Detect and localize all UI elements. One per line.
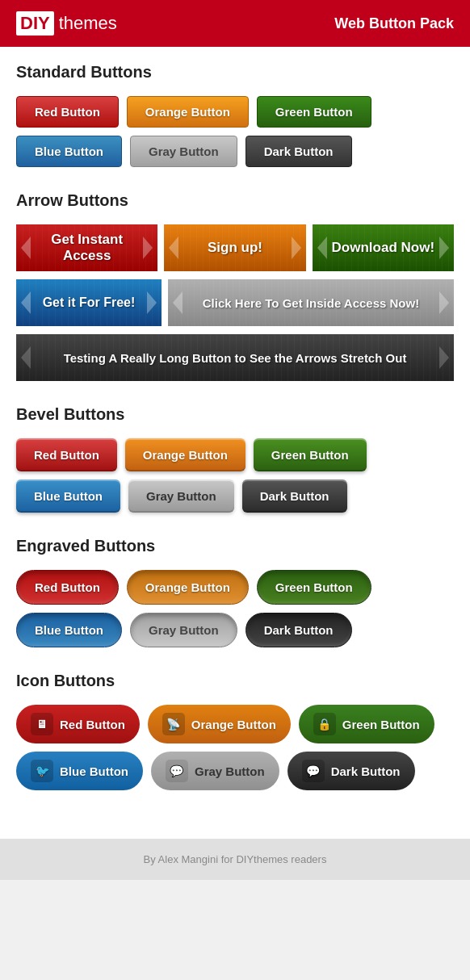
arrow-left-icon <box>173 291 183 314</box>
arrow-row-2: Get it For Free! Click Here To Get Insid… <box>16 279 454 326</box>
icon-section: Icon Buttons 🖥 Red Button 📡 Orange Butto… <box>16 672 454 790</box>
arrow-row-1: Get Instant Access Sign up! Download Now… <box>16 224 454 271</box>
arrow-right-icon <box>439 237 449 259</box>
logo: DIY themes <box>16 11 117 36</box>
arrow-btn-label: Get Instant Access <box>32 232 141 264</box>
icon-btn-label: Blue Button <box>60 764 128 778</box>
icon-row-2: 🐦 Blue Button 💬 Gray Button 💬 Dark Butto… <box>16 752 454 790</box>
arrow-left-icon <box>169 237 178 259</box>
icon-gray-button[interactable]: 💬 Gray Button <box>151 752 279 790</box>
standard-dark-button[interactable]: Dark Button <box>245 136 352 167</box>
bevel-dark-button[interactable]: Dark Button <box>242 480 347 513</box>
arrow-btn-label: Download Now! <box>332 240 434 256</box>
standard-red-button[interactable]: Red Button <box>16 96 119 128</box>
engraved-orange-button[interactable]: Orange Button <box>127 570 249 605</box>
arrow-btn-label: Testing A Really Long Button to See the … <box>64 351 407 365</box>
arrow-right-icon <box>439 291 449 314</box>
arrow-btn-label: Sign up! <box>208 240 262 256</box>
arrow-row-3: Testing A Really Long Button to See the … <box>16 334 454 381</box>
icon-comment-icon: 💬 <box>166 760 188 782</box>
arrow-section: Arrow Buttons Get Instant Access Sign up… <box>16 191 454 381</box>
standard-gray-button[interactable]: Gray Button <box>130 136 237 167</box>
engraved-gray-button[interactable]: Gray Button <box>130 613 237 647</box>
bevel-gray-button[interactable]: Gray Button <box>128 480 234 513</box>
bevel-red-button[interactable]: Red Button <box>16 438 117 471</box>
standard-section-title: Standard Buttons <box>16 63 454 82</box>
standard-green-button[interactable]: Green Button <box>257 96 371 128</box>
bevel-orange-button[interactable]: Orange Button <box>125 438 245 471</box>
logo-diy: DIY <box>16 11 54 36</box>
icon-btn-label: Red Button <box>60 718 125 731</box>
standard-orange-button[interactable]: Orange Button <box>127 96 249 128</box>
arrow-left-icon <box>21 237 31 259</box>
icon-monitor-icon: 🖥 <box>31 713 53 735</box>
icon-btn-label: Green Button <box>342 718 420 731</box>
icon-green-button[interactable]: 🔒 Green Button <box>299 705 434 743</box>
icon-row-1: 🖥 Red Button 📡 Orange Button 🔒 Green But… <box>16 705 454 743</box>
arrow-left-icon <box>21 291 31 314</box>
engraved-row-1: Red Button Orange Button Green Button <box>16 570 454 605</box>
header-title: Web Button Pack <box>334 15 454 32</box>
arrow-section-title: Arrow Buttons <box>16 191 454 210</box>
icon-btn-label: Orange Button <box>191 718 276 731</box>
icon-rss-icon: 📡 <box>162 713 185 735</box>
footer: By Alex Mangini for DIYthemes readers <box>0 839 470 880</box>
icon-btn-label: Dark Button <box>331 764 401 778</box>
engraved-red-button[interactable]: Red Button <box>16 570 119 605</box>
engraved-section: Engraved Buttons Red Button Orange Butto… <box>16 537 454 647</box>
bevel-row-2: Blue Button Gray Button Dark Button <box>16 480 454 513</box>
arrow-long-button[interactable]: Testing A Really Long Button to See the … <box>16 334 454 381</box>
arrow-left-icon <box>317 237 327 259</box>
engraved-dark-button[interactable]: Dark Button <box>245 613 352 647</box>
arrow-right-icon <box>143 237 153 259</box>
arrow-get-free-button[interactable]: Get it For Free! <box>16 279 162 326</box>
bevel-green-button[interactable]: Green Button <box>254 438 367 471</box>
icon-orange-button[interactable]: 📡 Orange Button <box>148 705 291 743</box>
footer-text: By Alex Mangini for DIYthemes readers <box>144 853 327 865</box>
arrow-signup-button[interactable]: Sign up! <box>164 224 305 271</box>
standard-section: Standard Buttons Red Button Orange Butto… <box>16 63 454 167</box>
arrow-left-icon <box>21 346 31 369</box>
arrow-right-icon <box>147 291 157 314</box>
arrow-btn-label: Click Here To Get Inside Access Now! <box>203 296 419 310</box>
header: DIY themes Web Button Pack <box>0 0 470 47</box>
standard-row-2: Blue Button Gray Button Dark Button <box>16 136 454 167</box>
engraved-section-title: Engraved Buttons <box>16 537 454 555</box>
bevel-section-title: Bevel Buttons <box>16 405 454 424</box>
arrow-btn-label: Get it For Free! <box>43 295 136 310</box>
icon-comment2-icon: 💬 <box>302 760 325 782</box>
icon-dark-button[interactable]: 💬 Dark Button <box>287 752 415 790</box>
standard-row-1: Red Button Orange Button Green Button <box>16 96 454 128</box>
icon-btn-label: Gray Button <box>195 764 265 778</box>
bevel-section: Bevel Buttons Red Button Orange Button G… <box>16 405 454 513</box>
engraved-blue-button[interactable]: Blue Button <box>16 613 122 647</box>
arrow-right-icon <box>292 237 301 259</box>
standard-blue-button[interactable]: Blue Button <box>16 136 122 167</box>
icon-twitter-icon: 🐦 <box>31 760 53 782</box>
bevel-blue-button[interactable]: Blue Button <box>16 480 120 513</box>
logo-themes: themes <box>59 13 117 34</box>
engraved-green-button[interactable]: Green Button <box>257 570 371 605</box>
icon-blue-button[interactable]: 🐦 Blue Button <box>16 752 143 790</box>
arrow-click-here-button[interactable]: Click Here To Get Inside Access Now! <box>168 279 454 326</box>
icon-section-title: Icon Buttons <box>16 672 454 690</box>
main-content: Standard Buttons Red Button Orange Butto… <box>0 47 470 839</box>
engraved-row-2: Blue Button Gray Button Dark Button <box>16 613 454 647</box>
arrow-get-instant-access-button[interactable]: Get Instant Access <box>16 224 157 271</box>
icon-lock-icon: 🔒 <box>313 713 336 735</box>
bevel-row-1: Red Button Orange Button Green Button <box>16 438 454 471</box>
arrow-right-icon <box>439 346 449 369</box>
icon-red-button[interactable]: 🖥 Red Button <box>16 705 140 743</box>
arrow-download-now-button[interactable]: Download Now! <box>313 224 454 271</box>
